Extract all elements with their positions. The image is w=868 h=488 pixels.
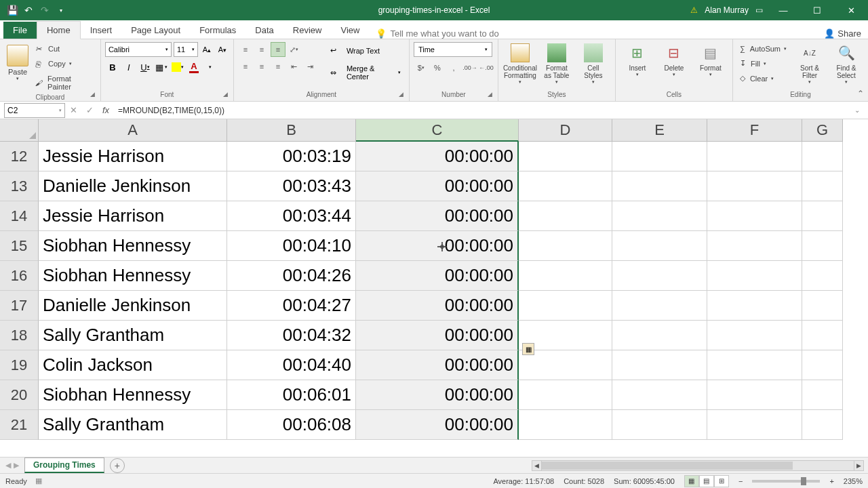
fill-color-button[interactable]: ▾ <box>170 60 185 75</box>
paste-options-button[interactable]: ▦ <box>522 343 534 355</box>
cell[interactable]: 00:06:08 <box>227 410 356 440</box>
tab-data[interactable]: Data <box>245 22 283 39</box>
undo-icon[interactable]: ↶ <box>23 5 34 16</box>
row-header[interactable]: 12 <box>0 142 39 171</box>
zoom-in-button[interactable]: + <box>829 477 833 485</box>
tab-page-layout[interactable]: Page Layout <box>121 22 190 39</box>
number-format-select[interactable]: Time▾ <box>414 42 492 57</box>
italic-button[interactable]: I <box>121 60 136 75</box>
zoom-slider[interactable] <box>752 480 820 483</box>
cell[interactable]: 00:00:00 <box>356 171 519 201</box>
cell[interactable]: Sally Grantham <box>39 410 227 440</box>
cell[interactable]: Siobhan Hennessy <box>39 261 227 291</box>
cell[interactable]: 00:00:00 <box>356 142 519 171</box>
name-box[interactable]: C2▾ <box>4 103 65 118</box>
cell[interactable] <box>612 350 707 380</box>
tell-me-search[interactable]: 💡 Tell me what you want to do <box>376 28 498 39</box>
cell[interactable] <box>802 380 843 410</box>
cell[interactable] <box>707 380 802 410</box>
cell[interactable] <box>707 201 802 231</box>
cell[interactable]: 00:04:32 <box>227 321 356 350</box>
increase-indent-button[interactable]: ⇥ <box>303 59 318 74</box>
increase-font-size-button[interactable]: A▴ <box>200 42 214 57</box>
cell[interactable] <box>707 321 802 350</box>
cancel-formula-button[interactable]: ✕ <box>65 105 81 115</box>
borders-button[interactable]: ▦ <box>154 60 169 75</box>
cell[interactable]: 00:04:40 <box>227 350 356 380</box>
cell[interactable]: 00:00:00 <box>356 201 519 231</box>
underline-button[interactable]: U▾ <box>138 60 153 75</box>
cells-area[interactable]: Jessie Harrison00:03:1900:00:00Danielle … <box>39 142 868 440</box>
wrap-text-button[interactable]: ↩Wrap Text <box>322 42 405 59</box>
format-cells-button[interactable]: Format▾ <box>693 42 728 79</box>
clipboard-dialog-launcher[interactable]: ◢ <box>90 91 98 99</box>
cell[interactable]: 00:00:00 <box>356 291 519 321</box>
signed-in-user[interactable]: Alan Murray <box>705 5 749 15</box>
comma-format-button[interactable]: , <box>446 60 461 75</box>
cell[interactable] <box>802 231 843 261</box>
increase-decimal-button[interactable]: .00→ <box>462 60 477 75</box>
insert-cells-button[interactable]: Insert▾ <box>620 42 655 79</box>
normal-view-button[interactable]: ▦ <box>684 475 699 487</box>
cell[interactable]: Jessie Harrison <box>39 142 227 171</box>
cell[interactable] <box>802 261 843 291</box>
page-layout-view-button[interactable]: ▤ <box>699 475 714 487</box>
cell[interactable] <box>612 142 707 171</box>
row-header[interactable]: 16 <box>0 261 39 291</box>
cell[interactable] <box>802 291 843 321</box>
paste-button[interactable]: Paste ▾ <box>4 42 31 84</box>
bold-button[interactable]: B <box>105 60 120 75</box>
row-header[interactable]: 17 <box>0 291 39 321</box>
cell[interactable]: Danielle Jenkinson <box>39 291 227 321</box>
cell[interactable] <box>519 231 612 261</box>
redo-icon[interactable]: ↷ <box>39 5 50 16</box>
accounting-format-button[interactable]: $▾ <box>414 60 429 75</box>
save-icon[interactable]: 💾 <box>7 5 18 16</box>
close-button[interactable]: ✕ <box>837 0 865 20</box>
align-bottom-button[interactable]: ≡ <box>271 42 285 57</box>
copy-button[interactable]: Copy ▾ <box>34 57 96 70</box>
cell[interactable]: Siobhan Hennessy <box>39 231 227 261</box>
decrease-font-size-button[interactable]: A▾ <box>216 42 229 57</box>
cell[interactable] <box>707 171 802 201</box>
maximize-button[interactable]: ☐ <box>804 0 831 20</box>
fill-button[interactable]: ↧Fill ▾ <box>737 56 788 70</box>
align-left-button[interactable]: ≡ <box>238 59 253 74</box>
decrease-decimal-button[interactable]: ←.00 <box>479 60 494 75</box>
cell[interactable] <box>612 410 707 440</box>
cell[interactable] <box>707 350 802 380</box>
enter-formula-button[interactable]: ✓ <box>81 105 98 115</box>
orientation-button[interactable]: ⤢▾ <box>287 42 302 57</box>
account-warning-icon[interactable]: ⚠ <box>690 5 698 15</box>
align-center-button[interactable]: ≡ <box>254 59 269 74</box>
row-header[interactable]: 13 <box>0 171 39 201</box>
cell[interactable] <box>612 321 707 350</box>
zoom-level[interactable]: 235% <box>844 477 863 485</box>
cell[interactable]: Jessie Harrison <box>39 201 227 231</box>
row-header[interactable]: 19 <box>0 350 39 380</box>
sheet-tab-active[interactable]: Grouping Times <box>24 458 104 473</box>
alignment-dialog-launcher[interactable]: ◢ <box>399 91 407 99</box>
tab-home[interactable]: Home <box>37 21 81 39</box>
cell[interactable]: 00:00:00 <box>356 321 519 350</box>
cell[interactable] <box>519 410 612 440</box>
file-tab[interactable]: File <box>3 22 37 39</box>
font-color-button[interactable]: A <box>186 60 201 75</box>
zoom-out-button[interactable]: − <box>738 477 743 485</box>
cell[interactable] <box>802 201 843 231</box>
delete-cells-button[interactable]: Delete▾ <box>656 42 692 79</box>
row-header[interactable]: 15 <box>0 231 39 261</box>
cell[interactable] <box>519 380 612 410</box>
sheet-nav-next[interactable]: ▶ <box>14 461 19 470</box>
font-color-dropdown[interactable]: ▾ <box>203 60 218 75</box>
expand-formula-bar-button[interactable]: ⌄ <box>854 106 868 114</box>
horizontal-scrollbar[interactable]: ◀ ▶ <box>532 460 864 471</box>
cell[interactable] <box>802 142 843 171</box>
sort-filter-button[interactable]: Sort & Filter▾ <box>792 42 827 86</box>
column-header-c[interactable]: C <box>356 119 519 142</box>
hscroll-left-arrow[interactable]: ◀ <box>532 461 542 470</box>
font-size-select[interactable]: 11▾ <box>174 42 198 57</box>
cell[interactable] <box>612 171 707 201</box>
cell[interactable] <box>802 321 843 350</box>
cell[interactable]: 00:00:00 <box>356 350 519 380</box>
